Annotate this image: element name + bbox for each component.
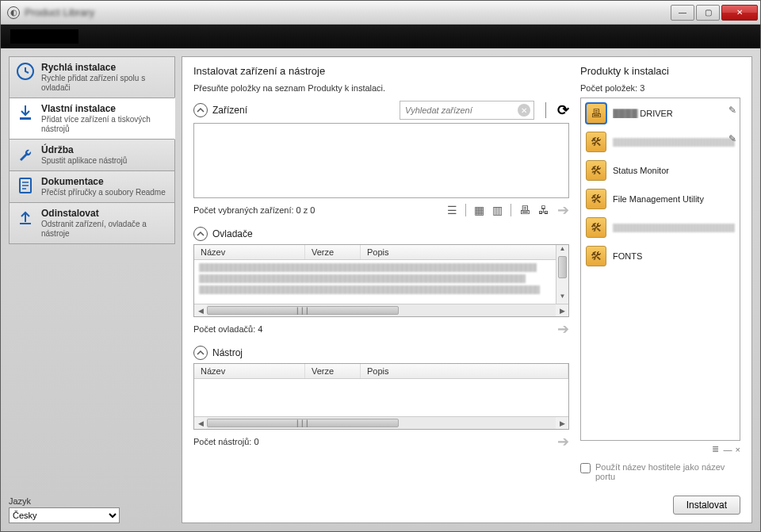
window-title: Product Library bbox=[25, 6, 94, 18]
devices-footer: Počet vybraných zařízení: 0 z 0 ☰ ▦ ▥ 🖶 … bbox=[193, 201, 569, 219]
language-block: Jazyk Česky bbox=[9, 490, 175, 523]
devices-label: Zařízení bbox=[212, 105, 247, 116]
drivers-footer: Počet ovladačů: 4 ➔ bbox=[193, 320, 569, 338]
right-column: Produkty k instalaci Počet položek: 3 🖶 … bbox=[580, 65, 740, 515]
sidebar-item-desc: Rychle přidat zařízení spolu s ovladači bbox=[41, 74, 168, 93]
sidebar-item-custom-install[interactable]: Vlastní instalace Přidat více zařízení a… bbox=[9, 98, 175, 140]
divider bbox=[545, 102, 546, 118]
devices-header: Zařízení ✕ ⟳ bbox=[193, 101, 569, 120]
product-item-file-mgmt[interactable]: 🛠 File Management Utility bbox=[586, 189, 735, 209]
sidebar-item-documentation[interactable]: Dokumentace Přečíst příručky a soubory R… bbox=[9, 170, 175, 203]
hostname-checkbox[interactable] bbox=[580, 463, 591, 473]
sidebar-item-desc: Přečíst příručky a soubory Readme bbox=[41, 188, 168, 197]
products-list: 🖶 ████ DRIVER ✎ 🛠 ✎ 🛠 Status Monitor bbox=[580, 98, 740, 441]
devices-arrow-right-icon[interactable]: ➔ bbox=[557, 201, 569, 219]
tools-list[interactable]: Název Verze Popis ◀┃┃┃▶ bbox=[193, 363, 569, 430]
devices-list[interactable] bbox=[193, 123, 569, 198]
remove-icon[interactable]: — bbox=[724, 445, 732, 454]
printer-icon: 🖶 bbox=[586, 103, 606, 124]
edit-icon[interactable]: ✎ bbox=[728, 133, 736, 144]
edit-icon[interactable]: ✎ bbox=[728, 105, 736, 116]
products-footer: ≣ — × bbox=[580, 444, 740, 454]
product-label bbox=[613, 224, 735, 232]
custom-install-icon bbox=[16, 103, 35, 122]
sidebar-item-uninstall[interactable]: Odinstalovat Odstranit zařízení, ovladač… bbox=[9, 202, 175, 244]
product-label: FONTS bbox=[613, 251, 735, 261]
product-item-fonts[interactable]: 🛠 FONTS bbox=[586, 246, 735, 266]
select-all-icon[interactable]: ▦ bbox=[474, 204, 484, 216]
sidebar-item-desc: Odstranit zařízení, ovladače a nástroje bbox=[41, 220, 168, 239]
list-view-icon[interactable]: ☰ bbox=[447, 204, 457, 216]
add-device-icon[interactable]: 🖶 bbox=[519, 204, 530, 216]
svg-rect-3 bbox=[20, 223, 31, 224]
hostname-checkbox-row[interactable]: Použít název hostitele jako název portu bbox=[580, 462, 740, 481]
tool-icon: 🛠 bbox=[586, 132, 606, 152]
devices-toolbar: ☰ ▦ ▥ 🖶 🖧 bbox=[447, 204, 549, 216]
maximize-button[interactable]: ▢ bbox=[696, 5, 720, 21]
col-version[interactable]: Verze bbox=[305, 245, 361, 259]
col-name[interactable]: Název bbox=[194, 245, 305, 259]
brand-block bbox=[10, 29, 78, 44]
drivers-hscroll[interactable]: ◀┃┃┃▶ bbox=[194, 304, 568, 316]
sidebar-item-label: Odinstalovat bbox=[41, 208, 168, 219]
search-clear-icon[interactable]: ✕ bbox=[518, 104, 530, 117]
drivers-label: Ovladače bbox=[212, 228, 253, 239]
header-ribbon bbox=[1, 25, 760, 48]
col-desc[interactable]: Popis bbox=[361, 245, 568, 259]
add-network-icon[interactable]: 🖧 bbox=[538, 204, 549, 216]
page-title: Instalovat zařízení a nástroje bbox=[193, 65, 569, 77]
drivers-collapse-icon[interactable] bbox=[193, 227, 208, 241]
app-window: ◐ Product Library — ▢ ✕ Rychlá instalace… bbox=[0, 0, 761, 532]
tool-icon: 🛠 bbox=[586, 217, 606, 238]
drivers-table-head: Název Verze Popis bbox=[194, 245, 568, 260]
col-name[interactable]: Název bbox=[194, 364, 305, 378]
tools-label: Nástroj bbox=[212, 347, 243, 358]
table-row[interactable] bbox=[199, 263, 537, 272]
close-panel-icon[interactable]: × bbox=[736, 445, 740, 454]
close-button[interactable]: ✕ bbox=[721, 5, 758, 21]
product-item-driver[interactable]: 🖶 ████ DRIVER ✎ bbox=[586, 103, 735, 124]
uninstall-icon bbox=[16, 208, 35, 227]
tools-arrow-right-icon[interactable]: ➔ bbox=[557, 433, 569, 450]
drivers-list[interactable]: Název Verze Popis ▲▼ ◀┃┃┃▶ bbox=[193, 244, 569, 317]
product-item-status-monitor[interactable]: 🛠 Status Monitor bbox=[586, 160, 735, 181]
page-hint: Přesuňte položky na seznam Produkty k in… bbox=[193, 83, 569, 93]
maintenance-icon bbox=[16, 144, 35, 163]
products-count: Počet položek: 3 bbox=[580, 83, 740, 93]
device-search-input[interactable] bbox=[405, 105, 518, 115]
table-row[interactable] bbox=[199, 285, 540, 294]
devices-collapse-icon[interactable] bbox=[193, 103, 208, 117]
drivers-count: Počet ovladačů: 4 bbox=[193, 324, 262, 334]
tools-collapse-icon[interactable] bbox=[193, 346, 208, 360]
tools-hscroll[interactable]: ◀┃┃┃▶ bbox=[194, 416, 568, 429]
language-select[interactable]: Česky bbox=[9, 507, 120, 523]
menu-dots-icon[interactable]: ≣ bbox=[712, 444, 721, 454]
table-row[interactable] bbox=[199, 274, 526, 283]
refresh-icon[interactable]: ⟳ bbox=[557, 101, 569, 119]
tool-icon: 🛠 bbox=[586, 189, 606, 209]
sidebar-item-desc: Přidat více zařízení a tiskových nástroj… bbox=[41, 115, 168, 134]
product-item[interactable]: 🛠 bbox=[586, 217, 735, 238]
drivers-vscroll[interactable]: ▲▼ bbox=[556, 245, 568, 304]
sidebar-item-maintenance[interactable]: Údržba Spustit aplikace nástrojů bbox=[9, 139, 175, 171]
device-search-box: ✕ bbox=[400, 101, 534, 120]
product-label: File Management Utility bbox=[613, 194, 735, 204]
products-title: Produkty k instalaci bbox=[580, 65, 740, 77]
tools-footer: Počet nástrojů: 0 ➔ bbox=[193, 433, 569, 450]
minimize-button[interactable]: — bbox=[671, 5, 694, 21]
col-version[interactable]: Verze bbox=[305, 364, 361, 378]
deselect-icon[interactable]: ▥ bbox=[492, 204, 503, 216]
tools-header: Nástroj bbox=[193, 346, 569, 360]
drivers-arrow-right-icon[interactable]: ➔ bbox=[557, 320, 569, 338]
col-desc[interactable]: Popis bbox=[361, 364, 568, 378]
sidebar-item-quick-install[interactable]: Rychlá instalace Rychle přidat zařízení … bbox=[9, 56, 175, 98]
sidebar-item-label: Údržba bbox=[41, 144, 168, 155]
product-item[interactable]: 🛠 ✎ bbox=[586, 132, 735, 152]
drivers-header: Ovladače bbox=[193, 227, 569, 241]
main-panel: Instalovat zařízení a nástroje Přesuňte … bbox=[182, 56, 752, 523]
tool-icon: 🛠 bbox=[586, 246, 606, 266]
install-button[interactable]: Instalovat bbox=[673, 496, 740, 515]
sidebar-item-label: Vlastní instalace bbox=[41, 103, 168, 114]
documentation-icon bbox=[16, 176, 35, 195]
sidebar-item-label: Dokumentace bbox=[41, 176, 168, 187]
